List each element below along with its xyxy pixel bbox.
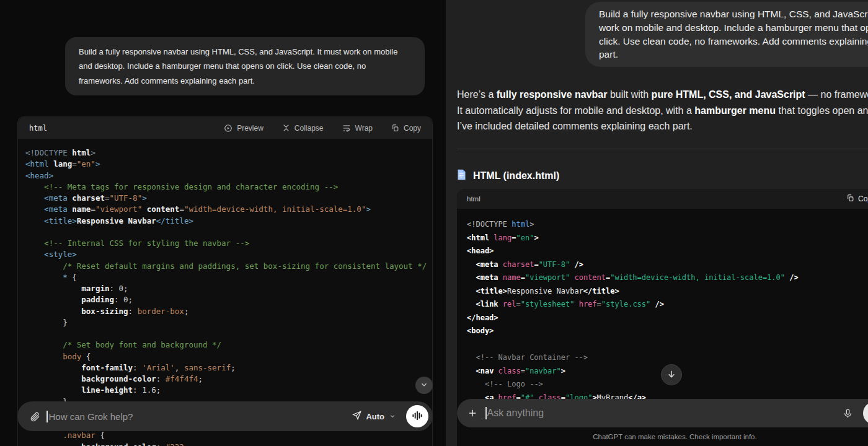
file-heading: HTML (index.html) bbox=[457, 169, 559, 183]
code-content: <!DOCTYPE html><html lang="en"><head> <!… bbox=[18, 139, 432, 446]
chatgpt-composer bbox=[457, 399, 868, 427]
grok-panel: Build a fully responsive navbar using HT… bbox=[0, 0, 446, 446]
code-block: html Preview Collapse bbox=[17, 116, 433, 446]
preview-label: Preview bbox=[237, 124, 264, 133]
code-language-label: html bbox=[467, 195, 480, 203]
file-heading-label: HTML (index.html) bbox=[473, 170, 559, 181]
code-toolbar-actions: Preview Collapse Wrap bbox=[224, 124, 421, 133]
arrow-down-icon bbox=[666, 369, 676, 381]
voice-mode-button[interactable] bbox=[863, 402, 868, 424]
voice-waveform-icon bbox=[411, 409, 423, 424]
user-message-bubble: Build a fully responsive navbar using HT… bbox=[585, 2, 868, 67]
user-message-bubble: Build a fully responsive navbar using HT… bbox=[65, 37, 425, 95]
split-screen: Build a fully responsive navbar using HT… bbox=[0, 0, 868, 446]
preview-button[interactable]: Preview bbox=[224, 124, 264, 133]
scroll-to-bottom-button[interactable] bbox=[415, 377, 433, 394]
code-block-toolbar: html Copy code bbox=[457, 189, 868, 209]
grok-message-input[interactable] bbox=[49, 411, 353, 422]
scroll-to-bottom-button[interactable] bbox=[661, 364, 682, 385]
copy-label: Copy bbox=[404, 124, 421, 133]
text-wrap-icon bbox=[342, 124, 351, 133]
play-circle-icon bbox=[224, 124, 232, 133]
plus-icon[interactable] bbox=[467, 408, 478, 419]
copy-icon bbox=[391, 124, 399, 132]
document-icon bbox=[457, 169, 466, 183]
copy-code-button[interactable]: Copy code bbox=[846, 189, 868, 209]
microphone-icon[interactable] bbox=[843, 399, 853, 427]
disclaimer-text: ChatGPT can make mistakes. Check importa… bbox=[457, 433, 868, 440]
section-divider bbox=[457, 149, 868, 149]
assistant-response-text: Here’s a fully responsive navbar built w… bbox=[457, 87, 868, 134]
wrap-label: Wrap bbox=[355, 124, 373, 133]
copy-icon bbox=[846, 194, 854, 204]
mode-selector[interactable]: Auto bbox=[352, 411, 396, 422]
code-block-toolbar: html Preview Collapse bbox=[18, 117, 432, 139]
code-content: <!DOCTYPE html><html lang="en"><head> <m… bbox=[457, 209, 868, 414]
copy-button[interactable]: Copy bbox=[391, 124, 421, 133]
chevron-down-icon bbox=[389, 413, 396, 420]
chatgpt-panel: Build a fully responsive navbar using HT… bbox=[446, 0, 868, 446]
grok-composer: Auto bbox=[17, 401, 433, 431]
paperclip-icon[interactable] bbox=[30, 411, 40, 422]
wrap-button[interactable]: Wrap bbox=[342, 124, 373, 133]
code-language-label: html bbox=[29, 124, 47, 133]
voice-mode-button[interactable] bbox=[406, 405, 428, 427]
collapse-label: Collapse bbox=[294, 124, 324, 133]
mode-label: Auto bbox=[366, 412, 384, 421]
text-cursor bbox=[46, 411, 48, 422]
text-cursor bbox=[485, 407, 487, 419]
send-plane-icon bbox=[352, 411, 361, 422]
collapse-button[interactable]: Collapse bbox=[282, 124, 324, 133]
chatgpt-message-input[interactable] bbox=[487, 408, 754, 419]
collapse-icon bbox=[282, 124, 290, 132]
copy-code-label: Copy code bbox=[858, 195, 868, 203]
chevron-down-icon bbox=[420, 380, 428, 391]
